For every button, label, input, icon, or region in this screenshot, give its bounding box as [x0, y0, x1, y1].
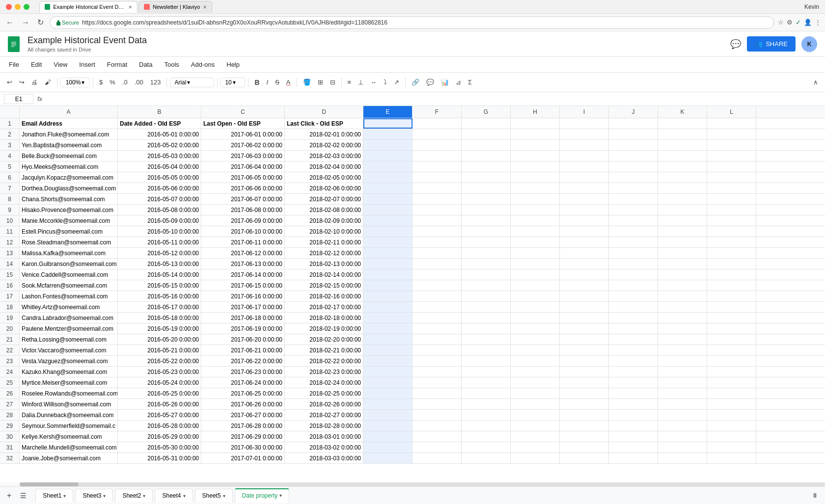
cell-E12[interactable]: [363, 237, 412, 247]
cell-E18[interactable]: [363, 302, 412, 312]
cell-C1[interactable]: Last Open - Old ESP: [201, 118, 285, 129]
cell-I28[interactable]: [560, 410, 609, 420]
cell-B3[interactable]: 2016-05-02 0:00:00: [118, 140, 201, 150]
cell-H17[interactable]: [511, 291, 560, 301]
cell-H18[interactable]: [511, 302, 560, 312]
cell-D16[interactable]: 2018-02-15 0:00:00: [285, 280, 363, 291]
cell-A1[interactable]: Email Address: [20, 118, 118, 129]
cell-C18[interactable]: 2017-06-17 0:00:00: [201, 302, 285, 312]
cell-A21[interactable]: Retha.Lossing@someemail.com: [20, 334, 118, 345]
cell-J22[interactable]: [609, 345, 658, 355]
cell-D18[interactable]: 2018-02-17 0:00:00: [285, 302, 363, 312]
cell-D5[interactable]: 2018-02-04 0:00:00: [285, 161, 363, 172]
cell-I3[interactable]: [560, 140, 609, 150]
cell-D6[interactable]: 2018-02-05 0:00:00: [285, 172, 363, 183]
cell-A2[interactable]: Jonathon.Fluke@someemail.com: [20, 129, 118, 139]
cell-D11[interactable]: 2018-02-10 0:00:00: [285, 226, 363, 237]
cell-J3[interactable]: [609, 140, 658, 150]
cell-H32[interactable]: [511, 453, 560, 463]
cell-J1[interactable]: [609, 118, 658, 129]
cell-L32[interactable]: [707, 453, 756, 463]
cell-I6[interactable]: [560, 172, 609, 183]
cell-F26[interactable]: [412, 388, 462, 398]
cell-K27[interactable]: [658, 399, 707, 409]
cell-H19[interactable]: [511, 313, 560, 323]
cell-A30[interactable]: Kellye.Kersh@someemail.com: [20, 431, 118, 442]
cell-E8[interactable]: [363, 194, 412, 204]
col-header-E[interactable]: E: [363, 106, 412, 118]
cell-C16[interactable]: 2017-06-15 0:00:00: [201, 280, 285, 291]
cell-G17[interactable]: [462, 291, 511, 301]
cell-C31[interactable]: 2017-06-30 0:00:00: [201, 442, 285, 452]
cell-F8[interactable]: [412, 194, 462, 204]
cell-L20[interactable]: [707, 323, 756, 334]
cell-J2[interactable]: [609, 129, 658, 139]
menu-addons[interactable]: Add-ons: [186, 59, 220, 70]
cell-K8[interactable]: [658, 194, 707, 204]
cell-E24[interactable]: [363, 367, 412, 377]
cell-A9[interactable]: Hisako.Provence@someemail.com: [20, 205, 118, 215]
col-header-C[interactable]: C: [201, 106, 285, 118]
cell-E9[interactable]: [363, 205, 412, 215]
cell-D19[interactable]: 2018-02-18 0:00:00: [285, 313, 363, 323]
cell-J7[interactable]: [609, 183, 658, 193]
cell-A5[interactable]: Hyo.Meeks@someemail.com: [20, 161, 118, 172]
cell-A3[interactable]: Yen.Baptista@someemail.com: [20, 140, 118, 150]
cell-K2[interactable]: [658, 129, 707, 139]
cell-H21[interactable]: [511, 334, 560, 345]
cell-F16[interactable]: [412, 280, 462, 291]
bookmark-icon[interactable]: ☆: [778, 19, 784, 26]
cell-H9[interactable]: [511, 205, 560, 215]
cell-I29[interactable]: [560, 421, 609, 431]
cell-I23[interactable]: [560, 356, 609, 366]
menu-file[interactable]: File: [4, 59, 24, 70]
cell-F4[interactable]: [412, 151, 462, 161]
cell-C28[interactable]: 2017-06-27 0:00:00: [201, 410, 285, 420]
cell-C13[interactable]: 2017-06-12 0:00:00: [201, 248, 285, 258]
cell-B30[interactable]: 2016-05-29 0:00:00: [118, 431, 201, 442]
cell-E17[interactable]: [363, 291, 412, 301]
cell-E26[interactable]: [363, 388, 412, 398]
menu-data[interactable]: Data: [134, 59, 157, 70]
cell-K23[interactable]: [658, 356, 707, 366]
cell-G24[interactable]: [462, 367, 511, 377]
cell-I15[interactable]: [560, 269, 609, 280]
cell-E2[interactable]: [363, 129, 412, 139]
fill-color-button[interactable]: 🪣: [300, 77, 314, 88]
cell-L22[interactable]: [707, 345, 756, 355]
cell-J29[interactable]: [609, 421, 658, 431]
cell-L26[interactable]: [707, 388, 756, 398]
cell-J31[interactable]: [609, 442, 658, 452]
italic-button[interactable]: I: [264, 77, 272, 88]
cell-B6[interactable]: 2016-05-05 0:00:00: [118, 172, 201, 183]
cell-D9[interactable]: 2018-02-08 0:00:00: [285, 205, 363, 215]
cell-H11[interactable]: [511, 226, 560, 237]
cell-L12[interactable]: [707, 237, 756, 247]
cell-K1[interactable]: [658, 118, 707, 129]
cell-B14[interactable]: 2016-05-13 0:00:00: [118, 259, 201, 269]
cell-F2[interactable]: [412, 129, 462, 139]
cell-D8[interactable]: 2018-02-07 0:00:00: [285, 194, 363, 204]
decimal-dec-button[interactable]: .0: [119, 77, 131, 88]
cell-E3[interactable]: [363, 140, 412, 150]
strikethrough-button[interactable]: S: [272, 77, 282, 88]
cell-C32[interactable]: 2017-07-01 0:00:00: [201, 453, 285, 463]
cell-E30[interactable]: [363, 431, 412, 442]
cell-L15[interactable]: [707, 269, 756, 280]
cell-E6[interactable]: [363, 172, 412, 183]
cell-I30[interactable]: [560, 431, 609, 442]
cell-H5[interactable]: [511, 161, 560, 172]
cell-G13[interactable]: [462, 248, 511, 258]
cell-J18[interactable]: [609, 302, 658, 312]
cell-B23[interactable]: 2016-05-22 0:00:00: [118, 356, 201, 366]
cell-I26[interactable]: [560, 388, 609, 398]
cell-K11[interactable]: [658, 226, 707, 237]
cell-A28[interactable]: Dalia.Dunneback@someemail.com: [20, 410, 118, 420]
cell-G31[interactable]: [462, 442, 511, 452]
cell-H10[interactable]: [511, 215, 560, 226]
wrap-text-button[interactable]: ⤵: [381, 77, 390, 88]
cell-E19[interactable]: [363, 313, 412, 323]
cell-B4[interactable]: 2016-05-03 0:00:00: [118, 151, 201, 161]
cell-D15[interactable]: 2018-02-14 0:00:00: [285, 269, 363, 280]
menu-help[interactable]: Help: [221, 59, 245, 70]
